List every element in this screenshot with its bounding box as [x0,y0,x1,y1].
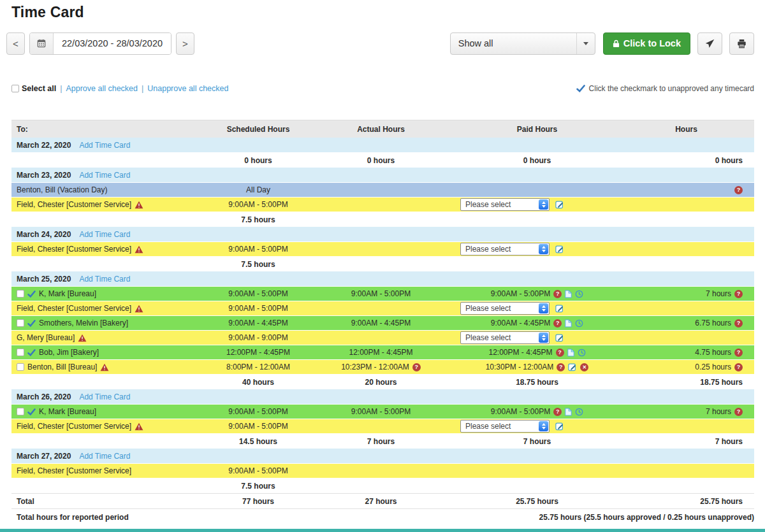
paper-plane-icon [705,39,715,48]
checkmark-hint: Click the checkmark to unapproved any ti… [576,84,754,93]
date-range-input[interactable]: 22/03/2020 - 28/03/2020 [54,33,171,54]
add-time-card-link[interactable]: Add Time Card [79,275,130,284]
subtotal-actual: 0 hours [367,156,395,165]
document-icon[interactable] [567,349,574,357]
subtotal-scheduled: 14.5 hours [239,437,277,446]
clock-icon[interactable] [575,408,583,416]
clock-icon[interactable] [578,349,586,357]
employee-name: Field, Chester [Customer Service] [17,466,131,475]
add-time-card-link[interactable]: Add Time Card [79,141,130,150]
help-icon[interactable]: ? [734,363,743,371]
checkmark-icon[interactable] [27,319,36,327]
edit-icon[interactable] [555,245,564,254]
edit-icon[interactable] [555,200,564,209]
help-icon[interactable]: ? [734,349,743,357]
print-button[interactable] [729,32,754,55]
timecard-row: G, Mery [Bureau]9:00AM - 9:00PM Please s… [11,331,754,345]
subtotal-hours: 7 hours [715,437,743,446]
paid-hours-select[interactable]: Please select [460,302,550,315]
day-date: March 23, 2020 [17,171,71,180]
warning-icon [135,305,143,313]
subtotal-paid: 18.75 hours [516,378,558,387]
day-header-row: March 26, 2020 Add Time Card [11,389,754,405]
add-time-card-link[interactable]: Add Time Card [79,452,130,461]
scheduled-hours: All Day [246,185,270,194]
paid-hours: 10:30PM - 12:00AM [486,363,554,371]
select-stepper-icon [539,199,548,210]
row-checkbox[interactable] [17,290,24,298]
help-icon[interactable]: ? [734,408,743,416]
paid-hours: 12:00PM - 4:45PM [488,348,552,357]
document-icon[interactable] [565,290,572,298]
scheduled-hours: 9:00AM - 5:00PM [228,245,288,254]
help-icon[interactable]: ? [734,290,743,298]
subtotal-hours: 18.75 hours [700,378,743,387]
row-checkbox[interactable] [17,319,24,327]
approve-all-link[interactable]: Approve all checked [66,84,138,93]
warning-icon [135,245,143,254]
row-checkbox[interactable] [17,408,24,415]
employee-name: K, Mark [Bureau] [39,289,96,298]
select-value: Please select [465,245,511,254]
header-to: To: [11,125,210,134]
calendar-button[interactable] [30,33,54,54]
paid-hours-select[interactable]: Please select [460,243,550,255]
subtotal-scheduled: 7.5 hours [241,260,275,269]
lock-icon [613,40,620,48]
paid-hours: 9:00AM - 5:00PM [491,289,550,298]
document-icon[interactable] [565,408,572,416]
row-checkbox[interactable] [17,349,24,356]
edit-icon[interactable] [555,422,564,431]
edit-icon[interactable] [555,304,564,313]
edit-icon[interactable] [555,333,564,342]
header-hours: Hours [618,125,754,134]
send-button[interactable] [697,32,722,55]
scheduled-hours: 9:00AM - 5:00PM [228,200,288,209]
scheduled-hours: 9:00AM - 5:00PM [228,466,288,475]
lock-button[interactable]: Click to Lock [603,32,690,55]
row-checkbox[interactable] [17,363,24,371]
help-icon[interactable]: ? [734,319,743,327]
clock-icon[interactable] [575,290,583,298]
checkmark-icon[interactable] [27,349,36,357]
total-row: Total 77 hours 27 hours 25.75 hours 25.7… [11,493,754,508]
remove-icon[interactable]: ✕ [580,363,588,371]
help-icon[interactable]: ? [553,408,562,416]
next-week-button[interactable]: > [176,32,194,55]
actual-hours: 9:00AM - 5:00PM [351,289,411,298]
filter-select[interactable]: Show all [450,32,595,55]
day-subtotal-row: 7.5 hours [11,257,754,271]
document-icon[interactable] [565,319,572,327]
paid-hours-select[interactable]: Please select [460,420,550,433]
unapprove-all-link[interactable]: Unapprove all checked [147,84,228,93]
timecard-row: Bob, Jim [Bakery]12:00PM - 4:45PM12:00PM… [11,345,754,360]
subtotal-scheduled: 0 hours [244,156,272,165]
paid-hours-select[interactable]: Please select [460,331,550,344]
total-paid: 25.75 hours [456,497,618,506]
help-icon[interactable]: ? [553,290,562,298]
help-icon[interactable]: ? [556,349,564,357]
add-time-card-link[interactable]: Add Time Card [79,392,130,401]
warning-icon [100,363,109,371]
timecard-row: K, Mark [Bureau]9:00AM - 5:00PM9:00AM - … [11,287,754,301]
employee-name: Field, Chester [Customer Service] [17,304,131,313]
checkmark-icon[interactable] [27,408,36,416]
select-all-checkbox[interactable] [11,85,19,92]
actual-hours: 10:23PM - 12:00AM [341,363,409,371]
prev-week-button[interactable]: < [6,32,25,55]
help-icon[interactable]: ? [734,186,743,194]
add-time-card-link[interactable]: Add Time Card [79,171,130,180]
checkmark-icon[interactable] [27,290,36,298]
add-time-card-link[interactable]: Add Time Card [79,230,130,239]
help-icon[interactable]: ? [553,319,562,327]
employee-name: Benton, Bill (Vacation Day) [17,185,108,194]
help-icon[interactable]: ? [557,363,565,371]
clock-icon[interactable] [575,319,583,327]
day-header-row: March 23, 2020 Add Time Card [11,168,754,183]
help-icon[interactable]: ? [412,363,421,371]
select-stepper-icon [539,244,548,254]
subtotal-scheduled: 40 hours [242,378,274,387]
hint-text: Click the checkmark to unapproved any ti… [589,84,754,93]
edit-icon[interactable] [568,363,577,371]
paid-hours-select[interactable]: Please select [460,198,550,211]
